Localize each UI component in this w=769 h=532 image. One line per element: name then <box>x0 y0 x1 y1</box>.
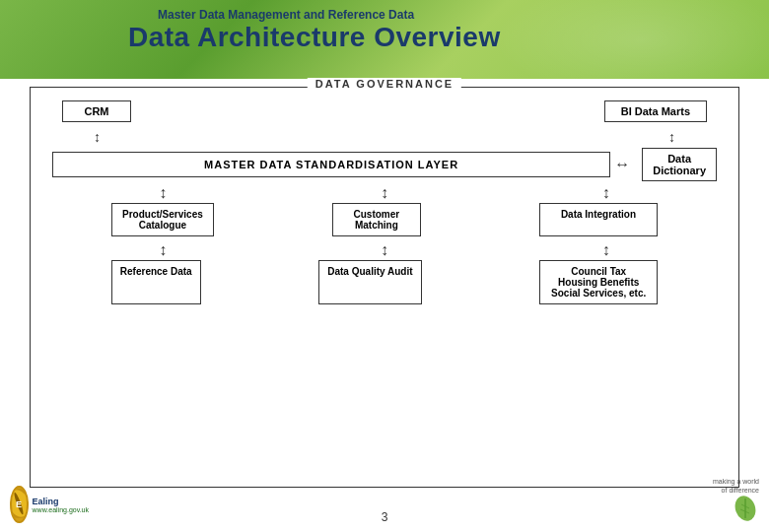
bottom-right-logo: making a world of difference <box>713 477 759 526</box>
customer-matching-box: Customer Matching <box>332 203 421 236</box>
top-row: CRM BI Data Marts <box>42 100 727 122</box>
header-subtitle: Master Data Management and Reference Dat… <box>158 8 414 22</box>
mdl-row: MASTER DATA STANDARDISATION LAYER ↔ Data… <box>42 148 727 181</box>
mdl-box: MASTER DATA STANDARDISATION LAYER <box>52 152 610 177</box>
leaf-icon <box>732 495 759 522</box>
arrow-placeholder-3: ↕ <box>562 184 651 202</box>
data-quality-audit-box: Data Quality Audit <box>318 260 421 304</box>
inner-layout: CRM BI Data Marts ↕ ↕ MASTER DATA STANDA… <box>42 96 727 471</box>
bottom-row: Product/Services Catalogue Customer Matc… <box>42 203 727 236</box>
data-dictionary-box: Data Dictionary <box>642 148 717 181</box>
arrows-row-2: ↕ ↕ ↕ <box>42 183 727 203</box>
ealing-logo-icon: E <box>10 488 29 519</box>
bottom-right-text: making a world of difference <box>713 477 759 495</box>
arrow-placeholder-5: ↕ <box>340 241 429 259</box>
header-title: Data Architecture Overview <box>128 22 501 53</box>
horizontal-arrow: ↔ <box>614 156 630 173</box>
arrows-row-1: ↕ ↕ <box>42 126 727 148</box>
ealing-logo-circle: E <box>10 486 29 523</box>
ealing-logo-area: E Ealing www.ealing.gov.uk <box>10 485 89 524</box>
arrow-placeholder-4: ↕ <box>118 241 207 259</box>
data-integration-box: Data Integration <box>539 203 658 236</box>
svg-text:E: E <box>16 499 22 509</box>
ealing-logo-text: Ealing www.ealing.gov.uk <box>33 497 89 513</box>
crm-box: CRM <box>62 100 131 122</box>
arrow-placeholder-1: ↕ <box>118 184 207 202</box>
council-services-box: Council Tax Housing Benefits Social Serv… <box>539 260 658 304</box>
product-services-box: Product/Services Catalogue <box>111 203 214 236</box>
bi-data-marts-box: BI Data Marts <box>604 100 707 122</box>
arrow-placeholder-2: ↕ <box>340 184 429 202</box>
bi-arrow: ↕ <box>668 130 675 144</box>
crm-arrow: ↕ <box>94 130 101 144</box>
arrow-placeholder-6: ↕ <box>562 241 651 259</box>
governance-label: DATA GOVERNANCE <box>308 78 461 90</box>
reference-data-box: Reference Data <box>111 260 201 304</box>
page-number: 3 <box>382 510 388 524</box>
main-content: DATA GOVERNANCE CRM BI Data Marts ↕ ↕ MA… <box>30 79 739 488</box>
arrows-row-3: ↕ ↕ ↕ <box>42 240 727 260</box>
governance-box: DATA GOVERNANCE CRM BI Data Marts ↕ ↕ MA… <box>30 87 739 488</box>
last-row: Reference Data Data Quality Audit Counci… <box>42 260 727 304</box>
